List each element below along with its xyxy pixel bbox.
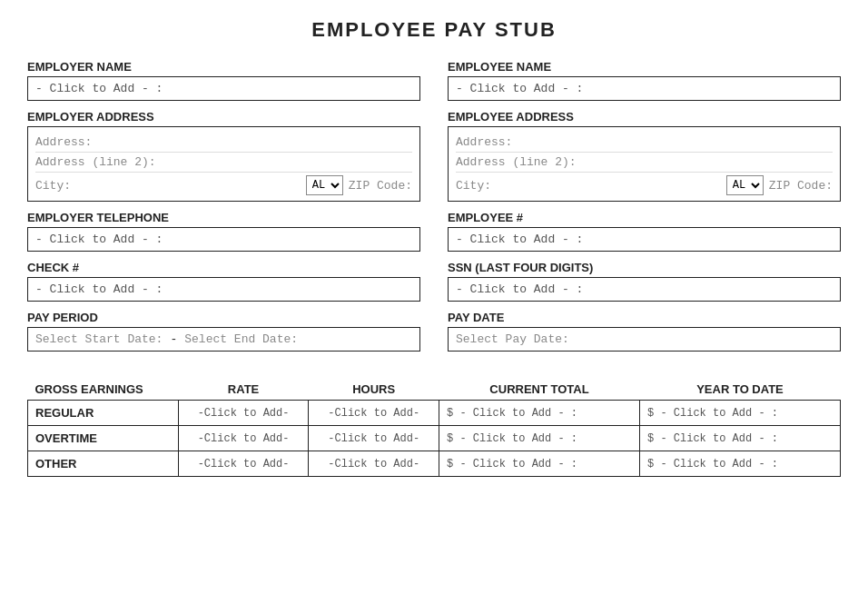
ssn-label: SSN (LAST FOUR DIGITS) xyxy=(448,261,841,274)
table-row: OVERTIME -Click to Add- -Click to Add- $… xyxy=(28,426,841,451)
row-current-0[interactable]: $ - Click to Add - : xyxy=(439,401,640,426)
row-ytd-2[interactable]: $ - Click to Add - : xyxy=(640,451,841,477)
employee-city-input[interactable]: City: xyxy=(456,179,721,193)
col-header-ytd: YEAR TO DATE xyxy=(640,379,841,401)
pay-date-box[interactable]: Select Pay Date: xyxy=(448,327,841,352)
employer-name-input[interactable]: - Click to Add - : xyxy=(27,76,420,101)
row-label-2: OTHER xyxy=(28,451,179,477)
pay-date-label: PAY DATE xyxy=(448,311,841,324)
employer-tel-label: EMPLOYER TELEPHONE xyxy=(27,211,420,224)
employer-address-label: EMPLOYER ADDRESS xyxy=(27,110,420,124)
pay-period-label: PAY PERIOD xyxy=(27,311,420,324)
check-num-label: CHECK # xyxy=(27,261,420,274)
col-header-rate: RATE xyxy=(178,379,309,401)
row-hours-1[interactable]: -Click to Add- xyxy=(309,426,439,451)
employee-name-group: EMPLOYEE NAME - Click to Add - : xyxy=(448,60,841,101)
employer-address-group: EMPLOYER ADDRESS Address: Address (line … xyxy=(27,110,420,202)
table-row: REGULAR -Click to Add- -Click to Add- $ … xyxy=(28,401,841,426)
employee-num-input[interactable]: - Click to Add - : xyxy=(448,227,841,252)
page-title: EMPLOYEE PAY STUB xyxy=(27,18,841,42)
pay-period-box[interactable]: Select Start Date: - Select End Date: xyxy=(27,327,420,352)
row-current-2[interactable]: $ - Click to Add - : xyxy=(439,451,640,477)
employer-city-input[interactable]: City: xyxy=(35,179,301,193)
employee-address-line1[interactable]: Address: xyxy=(456,133,833,153)
employee-state-select[interactable]: ALAKAZARCACOCTDEFLGAHIIDILINIAKSKYLAMEMD… xyxy=(726,175,764,195)
pay-period-end[interactable]: Select End Date: xyxy=(184,332,298,346)
row-rate-2[interactable]: -Click to Add- xyxy=(178,451,309,477)
employer-tel-input[interactable]: - Click to Add - : xyxy=(27,227,420,252)
ssn-input[interactable]: - Click to Add - : xyxy=(448,277,841,302)
employee-name-label: EMPLOYEE NAME xyxy=(448,60,841,74)
row-ytd-1[interactable]: $ - Click to Add - : xyxy=(640,426,841,451)
row-rate-1[interactable]: -Click to Add- xyxy=(178,426,309,451)
check-num-input[interactable]: - Click to Add - : xyxy=(27,277,420,302)
employee-address-box: Address: Address (line 2): City: ALAKAZA… xyxy=(448,126,841,202)
employee-address-group: EMPLOYEE ADDRESS Address: Address (line … xyxy=(448,110,841,202)
row-rate-0[interactable]: -Click to Add- xyxy=(178,401,309,426)
row-label-0: REGULAR xyxy=(28,401,179,426)
employer-state-select[interactable]: ALAKAZARCACOCTDEFLGAHIIDILINIAKSKYLAMEMD… xyxy=(306,175,343,195)
col-header-earnings: GROSS EARNINGS xyxy=(28,379,179,401)
pay-period-separator: - xyxy=(170,332,177,346)
pay-period-group: PAY PERIOD Select Start Date: - Select E… xyxy=(27,311,420,352)
row-hours-2[interactable]: -Click to Add- xyxy=(309,451,439,477)
pay-date-group: PAY DATE Select Pay Date: xyxy=(448,311,841,352)
employer-tel-group: EMPLOYER TELEPHONE - Click to Add - : xyxy=(27,211,420,252)
employee-address-label: EMPLOYEE ADDRESS xyxy=(448,110,841,124)
employee-name-input[interactable]: - Click to Add - : xyxy=(448,76,841,101)
col-header-hours: HOURS xyxy=(309,379,439,401)
employer-zip-label[interactable]: ZIP Code: xyxy=(349,179,412,193)
employee-city-row: City: ALAKAZARCACOCTDEFLGAHIIDILINIAKSKY… xyxy=(456,173,833,195)
row-hours-0[interactable]: -Click to Add- xyxy=(309,401,439,426)
employer-address-box: Address: Address (line 2): City: ALAKAZA… xyxy=(27,126,420,202)
employer-name-label: EMPLOYER NAME xyxy=(27,60,420,74)
employee-zip-label[interactable]: ZIP Code: xyxy=(769,179,833,193)
pay-period-start[interactable]: Select Start Date: xyxy=(35,332,163,346)
employer-name-group: EMPLOYER NAME - Click to Add - : xyxy=(27,60,420,101)
row-ytd-0[interactable]: $ - Click to Add - : xyxy=(640,401,841,426)
employer-address-line2[interactable]: Address (line 2): xyxy=(35,153,412,173)
col-header-current: CURRENT TOTAL xyxy=(439,379,640,401)
pay-date-input[interactable]: Select Pay Date: xyxy=(456,332,569,346)
earnings-table: GROSS EARNINGS RATE HOURS CURRENT TOTAL … xyxy=(27,379,841,477)
row-current-1[interactable]: $ - Click to Add - : xyxy=(439,426,640,451)
ssn-group: SSN (LAST FOUR DIGITS) - Click to Add - … xyxy=(448,261,841,302)
employer-city-row: City: ALAKAZARCACOCTDEFLGAHIIDILINIAKSKY… xyxy=(35,173,412,195)
employee-num-label: EMPLOYEE # xyxy=(448,211,841,224)
employee-num-group: EMPLOYEE # - Click to Add - : xyxy=(448,211,841,252)
earnings-table-section: GROSS EARNINGS RATE HOURS CURRENT TOTAL … xyxy=(27,379,841,477)
table-row: OTHER -Click to Add- -Click to Add- $ - … xyxy=(28,451,841,477)
employer-address-line1[interactable]: Address: xyxy=(35,133,412,153)
check-num-group: CHECK # - Click to Add - : xyxy=(27,261,420,302)
employee-address-line2[interactable]: Address (line 2): xyxy=(456,153,833,173)
row-label-1: OVERTIME xyxy=(28,426,179,451)
